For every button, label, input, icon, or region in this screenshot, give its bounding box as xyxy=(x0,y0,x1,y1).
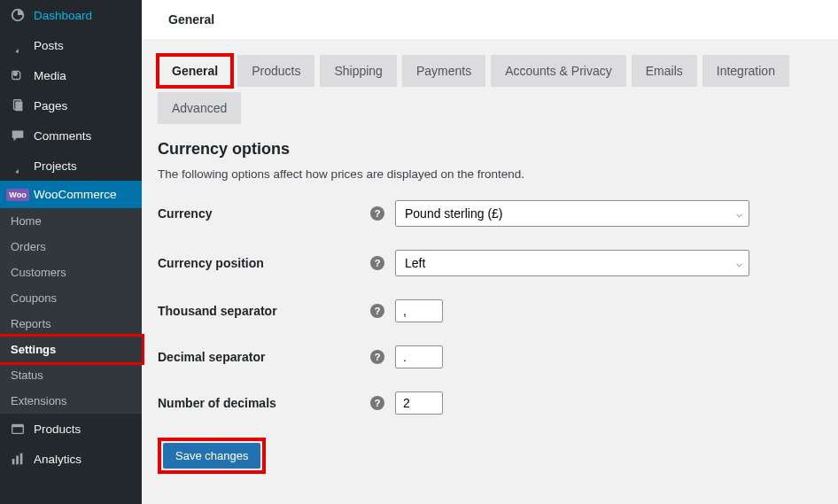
breadcrumb: General xyxy=(168,12,214,27)
sidebar-item-comments[interactable]: Comments xyxy=(0,120,142,151)
sidebar-item-label: Comments xyxy=(34,129,91,143)
section-heading: Currency options xyxy=(158,140,822,159)
sub-item-settings[interactable]: Settings xyxy=(0,334,144,365)
sidebar-item-label: Products xyxy=(34,423,81,436)
currency-position-select-wrap: Left ⌵ xyxy=(395,250,749,276)
sidebar-item-label: WooCommerce xyxy=(34,188,117,201)
sidebar-item-analytics[interactable]: Analytics xyxy=(0,444,142,474)
settings-tabs: General Products Shipping Payments Accou… xyxy=(158,55,822,124)
sub-item-coupons[interactable]: Coupons xyxy=(0,285,142,311)
number-decimals-input[interactable] xyxy=(395,392,443,415)
sub-item-extensions[interactable]: Extensions xyxy=(0,388,142,414)
svg-rect-4 xyxy=(12,425,24,428)
label-thousand-separator: Thousand separator xyxy=(158,304,370,318)
pin-icon xyxy=(9,37,27,53)
sidebar-item-label: Media xyxy=(34,69,66,82)
help-icon[interactable]: ? xyxy=(370,304,384,318)
products-icon xyxy=(9,421,27,437)
sub-item-home[interactable]: Home xyxy=(0,208,142,234)
sub-item-status[interactable]: Status xyxy=(0,362,142,388)
row-thousand-separator: Thousand separator ? xyxy=(158,299,822,322)
pages-icon xyxy=(9,97,27,113)
label-currency: Currency xyxy=(158,206,370,221)
sidebar-item-label: Posts xyxy=(34,39,64,52)
sidebar-item-label: Dashboard xyxy=(34,9,92,22)
sidebar-item-media[interactable]: Media xyxy=(0,60,142,90)
admin-sidebar: Dashboard Posts Media Pages Comments Pro… xyxy=(0,0,142,504)
help-icon[interactable]: ? xyxy=(370,350,384,364)
sub-item-orders[interactable]: Orders xyxy=(0,234,142,260)
dashboard-icon xyxy=(9,7,27,23)
sidebar-item-woocommerce[interactable]: Woo WooCommerce xyxy=(0,181,142,208)
sub-item-customers[interactable]: Customers xyxy=(0,260,142,285)
help-icon[interactable]: ? xyxy=(370,206,384,221)
main-content: General General Products Shipping Paymen… xyxy=(142,0,838,504)
svg-rect-2 xyxy=(15,102,22,112)
woo-submenu: Home Orders Customers Coupons Reports Se… xyxy=(0,208,142,414)
sub-item-reports[interactable]: Reports xyxy=(0,311,142,337)
sidebar-item-dashboard[interactable]: Dashboard xyxy=(0,0,142,30)
sidebar-item-projects[interactable]: Projects xyxy=(0,151,142,181)
row-currency: Currency ? Pound sterling (£) ⌵ xyxy=(158,200,822,227)
save-highlight: Save changes xyxy=(158,438,266,474)
section-description: The following options affect how prices … xyxy=(158,167,822,181)
label-currency-position: Currency position xyxy=(158,256,370,270)
svg-rect-6 xyxy=(16,455,19,464)
help-icon[interactable]: ? xyxy=(370,396,384,410)
sidebar-item-label: Pages xyxy=(34,99,67,112)
woo-icon: Woo xyxy=(9,189,27,201)
svg-point-0 xyxy=(13,72,18,76)
sidebar-item-pages[interactable]: Pages xyxy=(0,90,142,120)
tab-emails[interactable]: Emails xyxy=(632,55,697,87)
analytics-icon xyxy=(9,451,27,467)
sidebar-item-label: Projects xyxy=(34,159,77,173)
sidebar-item-posts[interactable]: Posts xyxy=(0,30,142,60)
sidebar-item-label: Analytics xyxy=(34,453,81,466)
label-number-decimals: Number of decimals xyxy=(158,396,370,410)
tab-integration[interactable]: Integration xyxy=(702,55,789,87)
svg-rect-5 xyxy=(12,459,15,464)
topbar: General xyxy=(142,0,838,39)
help-icon[interactable]: ? xyxy=(370,256,384,270)
label-decimal-separator: Decimal separator xyxy=(158,350,370,364)
comment-icon xyxy=(9,128,27,143)
currency-position-select[interactable]: Left xyxy=(395,250,749,276)
save-button[interactable]: Save changes xyxy=(163,443,260,469)
tab-products[interactable]: Products xyxy=(237,55,314,87)
pin-icon xyxy=(9,158,27,174)
tab-shipping[interactable]: Shipping xyxy=(320,55,397,87)
thousand-separator-input[interactable] xyxy=(395,299,443,322)
svg-rect-7 xyxy=(20,454,23,465)
decimal-separator-input[interactable] xyxy=(395,345,443,368)
tab-advanced[interactable]: Advanced xyxy=(158,92,241,124)
sidebar-item-products[interactable]: Products xyxy=(0,414,142,444)
currency-select-wrap: Pound sterling (£) ⌵ xyxy=(395,200,749,227)
settings-content: General Products Shipping Payments Accou… xyxy=(142,39,838,504)
currency-select[interactable]: Pound sterling (£) xyxy=(395,200,749,227)
row-currency-position: Currency position ? Left ⌵ xyxy=(158,250,822,276)
row-decimal-separator: Decimal separator ? xyxy=(158,345,822,368)
tab-general[interactable]: General xyxy=(158,55,232,87)
media-icon xyxy=(9,67,27,83)
row-number-decimals: Number of decimals ? xyxy=(158,392,822,415)
tab-accounts-privacy[interactable]: Accounts & Privacy xyxy=(491,55,626,87)
tab-payments[interactable]: Payments xyxy=(402,55,485,87)
